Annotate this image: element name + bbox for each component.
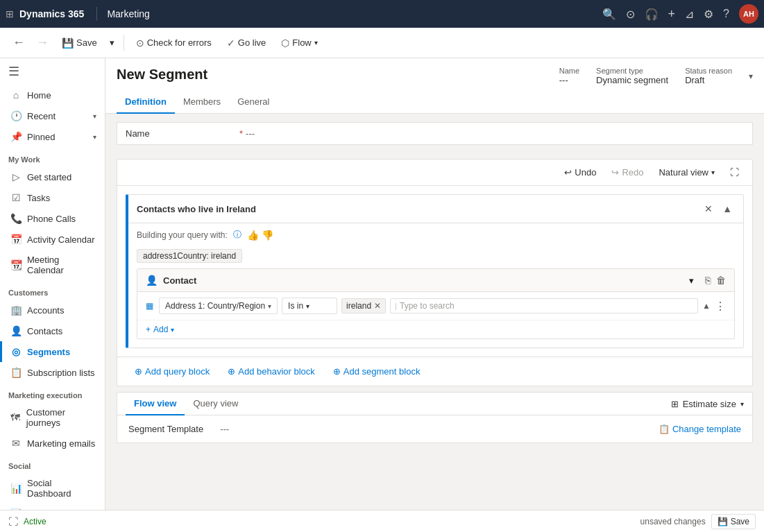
sidebar-item-label: Activity Calendar [27,234,95,245]
sidebar-item-social-dashboard[interactable]: 📊 Social Dashboard [0,473,105,504]
add-segment-block-button[interactable]: ⊕ Add segment block [327,363,427,380]
back-button[interactable]: ← [8,33,29,53]
name-field-label: Name [126,128,237,139]
view-selector[interactable]: Natural view ▾ [654,164,720,181]
thumbs-row: 👍 👎 [247,230,273,241]
operator-selector[interactable]: Is in ▾ [282,298,337,314]
headphone-icon[interactable]: 🎧 [645,8,659,21]
name-field-value[interactable]: --- [246,128,255,139]
sidebar-item-get-started[interactable]: ▷ Get started [0,166,105,187]
redo-button[interactable]: ↪ Redo [606,164,648,181]
search-icon[interactable]: 🔍 [602,8,616,21]
sidebar-item-activity-calendar[interactable]: 📅 Activity Calendar [0,229,105,250]
funnel-icon[interactable]: ⊿ [685,8,694,21]
gear-icon[interactable]: ⚙ [704,8,713,21]
target-icon[interactable]: ⊙ [626,8,635,21]
info-icon[interactable]: ⓘ [233,229,241,241]
filter-field-icon: ▦ [146,301,153,311]
sidebar-toggle[interactable]: ☰ [0,58,105,85]
contact-chevron-icon[interactable]: ▾ [689,275,694,286]
sidebar-item-contacts[interactable]: 👤 Contacts [0,320,105,341]
tab-query-view[interactable]: Query view [185,393,246,415]
field-selector-label: Address 1: Country/Region [165,301,265,311]
template-left: Segment Template --- [128,424,229,434]
collapse-query-block-button[interactable]: ▲ [720,202,735,216]
expand-button[interactable]: ⛶ [725,164,744,181]
status-save-button[interactable]: 💾 Save [711,514,756,529]
add-condition-row[interactable]: + Add ▾ [137,320,734,338]
status-active-label: Active [24,517,46,526]
field-selector[interactable]: Address 1: Country/Region ▾ [159,298,278,314]
tab-members[interactable]: Members [175,91,229,114]
main-content-area: New Segment Name --- Segment type Dynami… [105,58,764,510]
forward-button[interactable]: → [32,33,53,53]
meta-name-value: --- [559,75,579,85]
add-behavior-block-button[interactable]: ⊕ Add behavior block [221,363,321,380]
sidebar-item-recent[interactable]: 🕐 Recent ▾ [0,105,105,126]
thumbs-up-button[interactable]: 👍 [247,230,259,241]
meta-chevron-icon[interactable]: ▾ [749,71,753,81]
filter-search-placeholder: Type to search [400,301,455,311]
sidebar-item-segments[interactable]: ◎ Segments [0,341,105,362]
undo-button[interactable]: ↩ Undo [559,164,601,181]
meta-status-value: Draft [685,75,732,85]
save-button[interactable]: 💾 Save [56,33,103,53]
flow-button[interactable]: ⬡ Flow ▾ [275,33,323,53]
sidebar-item-customer-journeys[interactable]: 🗺 Customer journeys [0,402,105,433]
command-bar: ← → 💾 Save ▾ ⊙ Check for errors ✓ Go liv… [0,28,764,58]
save-dropdown-button[interactable]: ▾ [106,33,118,52]
estimate-size-button[interactable]: ⊞ Estimate size ▾ [671,399,744,409]
my-work-section-label: My Work [0,147,105,166]
change-template-button[interactable]: 📋 Change template [659,424,741,434]
change-template-icon: 📋 [659,424,670,434]
main-layout: ☰ ⌂ Home 🕐 Recent ▾ 📌 Pinned ▾ My Work ▷… [0,58,764,510]
share-icon[interactable]: ⎘ [705,275,711,286]
sidebar-item-meeting-calendar[interactable]: 📆 Meeting Calendar [0,250,105,280]
grid-icon[interactable]: ⊞ [6,8,14,19]
thumbs-down-button[interactable]: 👎 [262,230,273,241]
plus-icon[interactable]: + [668,7,676,22]
page-tabs: Definition Members General [117,91,753,113]
filter-value-tag: ireland ✕ [341,298,386,314]
nav-separator [96,7,97,21]
user-avatar[interactable]: AH [739,4,758,24]
expand-icon: ⛶ [730,167,739,178]
sidebar-item-phone-calls[interactable]: 📞 Phone Calls [0,208,105,229]
customers-section-label: Customers [0,280,105,300]
tab-flow-view[interactable]: Flow view [126,393,185,415]
sidebar-item-subscription-lists[interactable]: 📋 Subscription lists [0,362,105,383]
collapse-filter-button[interactable]: ▲ [702,301,711,311]
tab-general[interactable]: General [229,91,278,114]
meta-segment-type-label: Segment type [596,67,668,75]
question-icon[interactable]: ? [723,8,729,20]
expand-status-icon[interactable]: ⛶ [8,516,18,527]
remove-filter-value-button[interactable]: ✕ [374,301,381,311]
sidebar-item-label: Social posts [27,509,76,510]
add-segment-icon: ⊕ [333,366,341,377]
meta-segment-type: Segment type Dynamic segment [596,67,668,85]
template-value: --- [220,424,229,434]
check-errors-button[interactable]: ⊙ Check for errors [130,33,218,53]
sidebar-item-social-posts[interactable]: 📝 Social posts [0,504,105,510]
sidebar-item-label: Phone Calls [27,214,76,224]
sidebar-item-home[interactable]: ⌂ Home [0,85,105,105]
sidebar-item-accounts[interactable]: 🏢 Accounts [0,300,105,320]
sidebar-item-label: Subscription lists [27,368,95,378]
sidebar-item-label: Customer journeys [26,407,96,428]
more-filter-options-button[interactable]: ⋮ [715,300,726,313]
social-section-label: Social [0,454,105,473]
add-query-block-button[interactable]: ⊕ Add query block [128,363,216,380]
go-live-button[interactable]: ✓ Go live [221,33,272,53]
tab-definition[interactable]: Definition [117,91,175,114]
sidebar-item-pinned[interactable]: 📌 Pinned ▾ [0,126,105,147]
filter-row: ▦ Address 1: Country/Region ▾ Is in ▾ ir… [137,292,734,320]
filter-search-input[interactable]: | Type to search [390,298,698,314]
sidebar-item-label: Contacts [27,326,62,336]
sidebar-item-label: Accounts [27,305,64,316]
sidebar-item-tasks[interactable]: ☑ Tasks [0,187,105,208]
sidebar-item-marketing-emails[interactable]: ✉ Marketing emails [0,433,105,454]
top-navigation-bar: ⊞ Dynamics 365 Marketing 🔍 ⊙ 🎧 + ⊿ ⚙ ? A… [0,0,764,28]
delete-contact-block-button[interactable]: 🗑 [716,275,726,286]
close-query-block-button[interactable]: ✕ [702,202,715,216]
status-bar: ⛶ Active unsaved changes 💾 Save [0,510,764,532]
